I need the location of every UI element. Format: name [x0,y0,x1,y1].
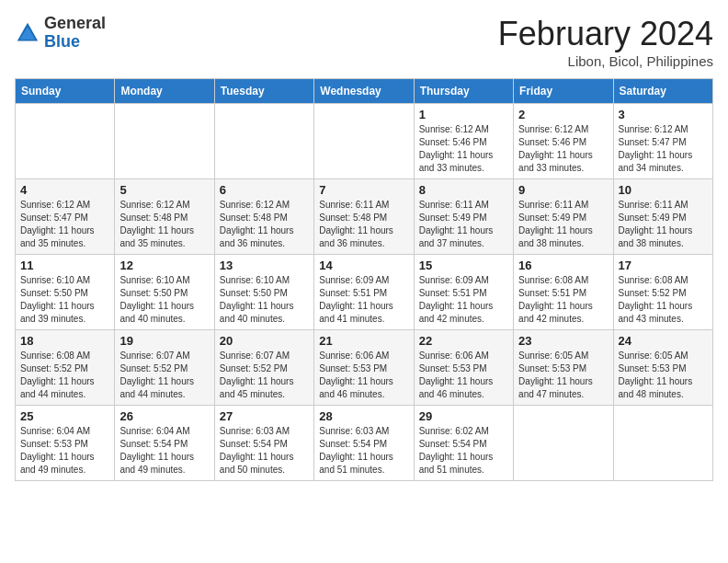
weekday-header-thursday: Thursday [414,79,513,104]
calendar-week-row: 25Sunrise: 6:04 AMSunset: 5:53 PMDayligh… [16,406,713,481]
weekday-header-wednesday: Wednesday [314,79,414,104]
day-info: Sunrise: 6:11 AMSunset: 5:49 PMDaylight:… [518,199,608,250]
day-number: 29 [419,409,508,423]
day-number: 9 [518,183,608,197]
day-number: 7 [319,183,408,197]
day-number: 16 [518,259,608,272]
day-number: 6 [220,183,309,197]
day-number: 3 [619,108,708,121]
day-number: 27 [220,409,309,423]
calendar-cell [214,104,313,179]
day-number: 22 [419,334,508,348]
calendar-cell: 20Sunrise: 6:07 AMSunset: 5:52 PMDayligh… [214,330,313,406]
day-number: 8 [419,183,508,197]
weekday-header-row: SundayMondayTuesdayWednesdayThursdayFrid… [16,79,713,104]
day-info: Sunrise: 6:10 AMSunset: 5:50 PMDaylight:… [220,274,309,326]
calendar-week-row: 4Sunrise: 6:12 AMSunset: 5:47 PMDaylight… [16,179,713,255]
calendar-cell: 9Sunrise: 6:11 AMSunset: 5:49 PMDaylight… [514,179,613,255]
day-number: 28 [319,409,408,423]
day-number: 4 [20,183,109,197]
day-number: 11 [20,259,109,272]
weekday-header-tuesday: Tuesday [214,79,313,104]
day-info: Sunrise: 6:08 AMSunset: 5:52 PMDaylight:… [20,350,109,401]
calendar-cell: 29Sunrise: 6:02 AMSunset: 5:54 PMDayligh… [414,406,513,481]
calendar-cell: 27Sunrise: 6:03 AMSunset: 5:54 PMDayligh… [214,406,313,481]
day-number: 12 [119,259,209,272]
day-number: 21 [319,334,408,348]
calendar-cell: 16Sunrise: 6:08 AMSunset: 5:51 PMDayligh… [514,255,613,330]
calendar-cell [314,104,414,179]
calendar-cell: 7Sunrise: 6:11 AMSunset: 5:48 PMDaylight… [314,179,414,255]
day-info: Sunrise: 6:08 AMSunset: 5:52 PMDaylight:… [619,274,708,326]
day-number: 18 [20,334,109,348]
day-number: 25 [20,409,109,423]
calendar-cell: 13Sunrise: 6:10 AMSunset: 5:50 PMDayligh… [214,255,313,330]
day-number: 17 [619,259,708,272]
day-number: 23 [518,334,608,348]
calendar-cell: 24Sunrise: 6:05 AMSunset: 5:53 PMDayligh… [613,330,712,406]
calendar-table: SundayMondayTuesdayWednesdayThursdayFrid… [15,78,713,481]
calendar-cell [16,104,115,179]
day-info: Sunrise: 6:04 AMSunset: 5:53 PMDaylight:… [20,425,109,477]
day-info: Sunrise: 6:06 AMSunset: 5:53 PMDaylight:… [419,350,508,401]
logo-icon [15,20,40,46]
calendar-cell: 1Sunrise: 6:12 AMSunset: 5:46 PMDaylight… [414,104,513,179]
day-info: Sunrise: 6:10 AMSunset: 5:50 PMDaylight:… [20,274,109,326]
logo: General Blue [15,15,106,52]
location-subtitle: Libon, Bicol, Philippines [498,53,713,69]
day-info: Sunrise: 6:09 AMSunset: 5:51 PMDaylight:… [319,274,408,326]
calendar-cell: 22Sunrise: 6:06 AMSunset: 5:53 PMDayligh… [414,330,513,406]
day-info: Sunrise: 6:12 AMSunset: 5:48 PMDaylight:… [119,199,209,250]
day-number: 24 [619,334,708,348]
calendar-cell: 14Sunrise: 6:09 AMSunset: 5:51 PMDayligh… [314,255,414,330]
day-number: 19 [119,334,209,348]
day-number: 5 [119,183,209,197]
day-info: Sunrise: 6:05 AMSunset: 5:53 PMDaylight:… [518,350,608,401]
day-number: 10 [619,183,708,197]
day-info: Sunrise: 6:12 AMSunset: 5:46 PMDaylight:… [419,123,508,175]
calendar-cell [115,104,214,179]
title-section: February 2024 Libon, Bicol, Philippines [498,15,713,69]
calendar-cell: 28Sunrise: 6:03 AMSunset: 5:54 PMDayligh… [314,406,414,481]
weekday-header-saturday: Saturday [613,79,712,104]
calendar-cell: 23Sunrise: 6:05 AMSunset: 5:53 PMDayligh… [514,330,613,406]
day-info: Sunrise: 6:07 AMSunset: 5:52 PMDaylight:… [220,350,309,401]
calendar-cell: 4Sunrise: 6:12 AMSunset: 5:47 PMDaylight… [16,179,115,255]
day-info: Sunrise: 6:09 AMSunset: 5:51 PMDaylight:… [419,274,508,326]
calendar-cell: 11Sunrise: 6:10 AMSunset: 5:50 PMDayligh… [16,255,115,330]
day-info: Sunrise: 6:11 AMSunset: 5:49 PMDaylight:… [419,199,508,250]
day-number: 14 [319,259,408,272]
logo-general-text: General [44,14,106,32]
logo-blue-text: Blue [44,32,80,51]
page-header: General Blue February 2024 Libon, Bicol,… [15,15,713,69]
calendar-cell [514,406,613,481]
calendar-cell: 5Sunrise: 6:12 AMSunset: 5:48 PMDaylight… [115,179,214,255]
calendar-cell [613,406,712,481]
day-info: Sunrise: 6:08 AMSunset: 5:51 PMDaylight:… [518,274,608,326]
day-info: Sunrise: 6:07 AMSunset: 5:52 PMDaylight:… [119,350,209,401]
calendar-cell: 8Sunrise: 6:11 AMSunset: 5:49 PMDaylight… [414,179,513,255]
day-info: Sunrise: 6:11 AMSunset: 5:48 PMDaylight:… [319,199,408,250]
calendar-cell: 6Sunrise: 6:12 AMSunset: 5:48 PMDaylight… [214,179,313,255]
month-year-title: February 2024 [498,15,713,53]
calendar-cell: 3Sunrise: 6:12 AMSunset: 5:47 PMDaylight… [613,104,712,179]
day-info: Sunrise: 6:03 AMSunset: 5:54 PMDaylight:… [319,425,408,477]
weekday-header-sunday: Sunday [16,79,115,104]
day-info: Sunrise: 6:12 AMSunset: 5:47 PMDaylight:… [619,123,708,175]
calendar-cell: 26Sunrise: 6:04 AMSunset: 5:54 PMDayligh… [115,406,214,481]
calendar-cell: 15Sunrise: 6:09 AMSunset: 5:51 PMDayligh… [414,255,513,330]
day-info: Sunrise: 6:06 AMSunset: 5:53 PMDaylight:… [319,350,408,401]
day-info: Sunrise: 6:05 AMSunset: 5:53 PMDaylight:… [619,350,708,401]
day-info: Sunrise: 6:11 AMSunset: 5:49 PMDaylight:… [619,199,708,250]
calendar-week-row: 18Sunrise: 6:08 AMSunset: 5:52 PMDayligh… [16,330,713,406]
day-number: 20 [220,334,309,348]
calendar-cell: 17Sunrise: 6:08 AMSunset: 5:52 PMDayligh… [613,255,712,330]
day-info: Sunrise: 6:12 AMSunset: 5:46 PMDaylight:… [518,123,608,175]
calendar-cell: 12Sunrise: 6:10 AMSunset: 5:50 PMDayligh… [115,255,214,330]
calendar-cell: 21Sunrise: 6:06 AMSunset: 5:53 PMDayligh… [314,330,414,406]
weekday-header-friday: Friday [514,79,613,104]
day-info: Sunrise: 6:12 AMSunset: 5:48 PMDaylight:… [220,199,309,250]
weekday-header-monday: Monday [115,79,214,104]
calendar-cell: 18Sunrise: 6:08 AMSunset: 5:52 PMDayligh… [16,330,115,406]
day-info: Sunrise: 6:02 AMSunset: 5:54 PMDaylight:… [419,425,508,477]
